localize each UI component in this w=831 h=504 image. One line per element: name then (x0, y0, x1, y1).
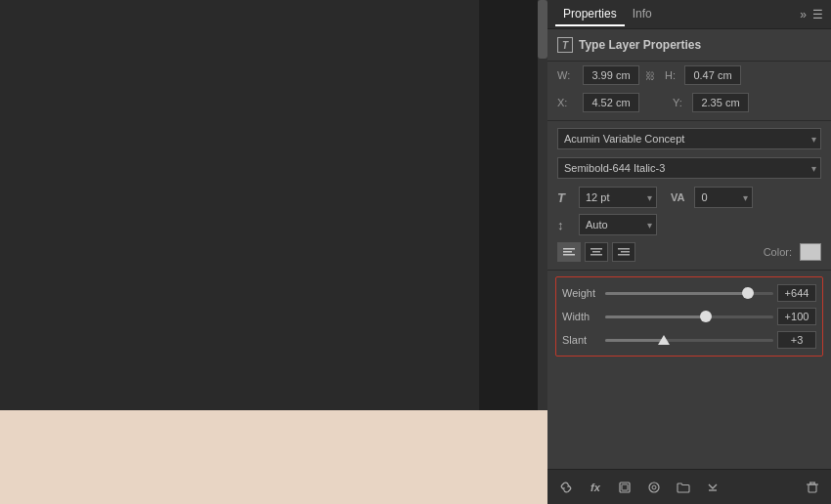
align-right-btn[interactable] (612, 242, 635, 262)
svg-point-11 (649, 483, 659, 492)
canvas-bottom-bg (0, 410, 547, 504)
font-size-icon: T (557, 190, 573, 205)
section-title: Type Layer Properties (579, 38, 701, 52)
link-icon (559, 481, 573, 494)
menu-icon[interactable]: ☰ (812, 8, 823, 21)
svg-rect-5 (590, 254, 602, 256)
properties-panel: Properties Info » ☰ T Type Layer Propert… (547, 0, 831, 504)
tracking-icon: VA (671, 191, 684, 203)
font-size-wrapper: 12 pt (579, 187, 657, 208)
tracking-dropdown[interactable]: 0 (694, 187, 753, 208)
font-style-row: Semibold-644 Italic-3 (547, 154, 831, 182)
font-size-row: T 12 pt VA 0 (547, 184, 831, 211)
color-label: Color: (764, 246, 792, 258)
width-slider-thumb[interactable] (700, 311, 712, 322)
xy-row: X: Y: (547, 89, 831, 116)
slant-slider-thumb[interactable] (658, 335, 670, 345)
divider-1 (547, 120, 831, 121)
svg-rect-8 (618, 254, 630, 256)
panel-content: T Type Layer Properties W: ⛓ H: X: Y: Ac… (547, 29, 831, 469)
folder-btn[interactable] (673, 477, 694, 498)
align-left-btn[interactable] (557, 242, 581, 262)
link-btn[interactable] (555, 477, 577, 498)
panel-tab-bar: Properties Info » ☰ (547, 0, 831, 29)
font-style-value: Semibold-644 Italic-3 (564, 162, 665, 174)
scrollbar-thumb[interactable] (538, 0, 547, 59)
arrow-btn[interactable] (702, 477, 723, 498)
leading-dropdown[interactable]: Auto (579, 214, 657, 235)
weight-value[interactable] (777, 284, 816, 302)
font-family-row: Acumin Variable Concept (547, 125, 831, 152)
weight-slider-thumb[interactable] (742, 287, 754, 299)
arrow-icon (706, 481, 720, 494)
tracking-wrapper: 0 (694, 187, 753, 208)
svg-rect-1 (563, 251, 572, 253)
svg-point-12 (652, 485, 656, 489)
width-slider-fill (605, 315, 706, 318)
section-header: T Type Layer Properties (547, 29, 831, 62)
slant-value[interactable] (777, 331, 816, 349)
x-label: X: (557, 97, 579, 108)
folder-icon (677, 481, 690, 494)
slant-slider-track[interactable] (605, 339, 773, 342)
width-row: Width (562, 305, 816, 328)
trash-btn[interactable] (802, 477, 823, 498)
svg-rect-14 (809, 484, 816, 492)
width-slider-track[interactable] (605, 315, 773, 318)
layer-icon (618, 481, 632, 494)
font-size-dropdown[interactable]: 12 pt (579, 187, 657, 208)
slant-slider-fill (605, 339, 664, 342)
type-icon: T (557, 37, 573, 53)
svg-rect-6 (618, 248, 630, 250)
canvas-dark (0, 0, 479, 410)
canvas-scrollbar[interactable] (538, 0, 547, 410)
align-center-btn[interactable] (585, 242, 608, 262)
width-label: Width (562, 311, 601, 322)
wh-row: W: ⛓ H: (547, 62, 831, 89)
font-style-dropdown[interactable]: Semibold-644 Italic-3 (557, 157, 821, 179)
divider-2 (547, 270, 831, 271)
link-icon[interactable]: ⛓ (643, 70, 657, 81)
font-size-value: 12 pt (586, 191, 609, 203)
weight-row: Weight (562, 281, 816, 305)
x-input[interactable] (583, 93, 639, 112)
tracking-value: 0 (701, 191, 707, 203)
panel-toolbar: fx (547, 469, 831, 504)
font-style-wrapper: Semibold-644 Italic-3 (557, 157, 821, 179)
circle-btn[interactable] (643, 477, 665, 498)
y-input[interactable] (692, 93, 749, 112)
leading-row: ↕ Auto (547, 211, 831, 238)
font-family-wrapper: Acumin Variable Concept (557, 128, 821, 149)
color-swatch[interactable] (800, 243, 821, 261)
h-input[interactable] (684, 65, 741, 85)
width-value[interactable] (777, 308, 816, 325)
weight-slider-fill (605, 292, 748, 295)
expand-icon[interactable]: » (800, 8, 807, 21)
slant-row: Slant (562, 328, 816, 352)
font-family-dropdown[interactable]: Acumin Variable Concept (557, 128, 821, 149)
weight-slider-track[interactable] (605, 292, 773, 295)
font-family-value: Acumin Variable Concept (564, 133, 684, 145)
svg-rect-7 (621, 251, 630, 253)
variable-fonts-section: Weight Width Slant (555, 276, 823, 357)
svg-rect-2 (563, 254, 575, 256)
y-label: Y: (673, 97, 688, 108)
h-label: H: (665, 69, 680, 81)
tab-properties[interactable]: Properties (555, 3, 625, 26)
leading-value: Auto (586, 219, 608, 231)
leading-icon: ↕ (557, 218, 573, 232)
tab-info[interactable]: Info (625, 3, 660, 26)
tab-extra-icons: » ☰ (800, 8, 823, 21)
w-label: W: (557, 69, 579, 81)
fx-btn[interactable]: fx (585, 477, 606, 498)
weight-label: Weight (562, 287, 601, 299)
canvas-area (0, 0, 547, 504)
slant-label: Slant (562, 334, 601, 346)
layer-btn[interactable] (614, 477, 635, 498)
align-left-icon (563, 247, 575, 257)
w-input[interactable] (583, 65, 639, 85)
svg-rect-10 (622, 484, 628, 490)
svg-rect-4 (592, 251, 600, 253)
align-center-icon (590, 247, 602, 257)
circle-icon (647, 481, 661, 494)
